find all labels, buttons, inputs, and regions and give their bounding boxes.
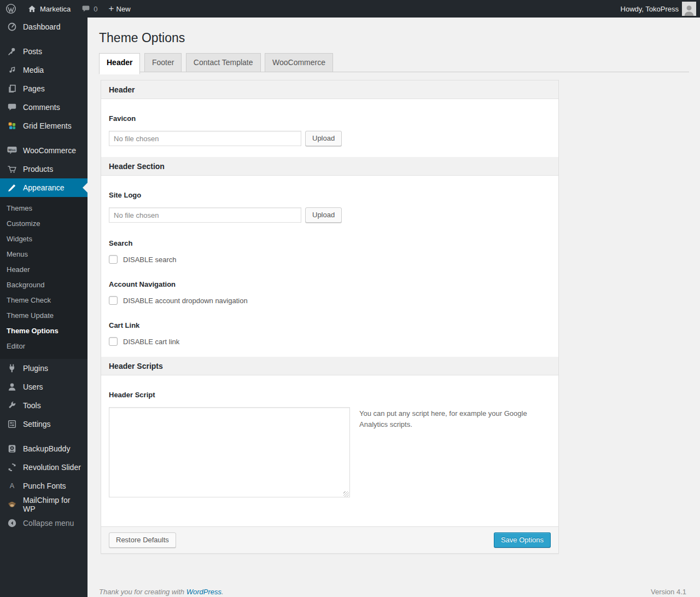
submenu-item-theme-options[interactable]: Theme Options	[0, 323, 88, 339]
header-script-textarea[interactable]	[109, 407, 350, 497]
sidebar-item-woocommerce[interactable]: Woo WooCommerce	[0, 141, 88, 160]
menu-separator	[0, 135, 88, 141]
header-script-note: You can put any script here, for example…	[359, 407, 530, 430]
submenu-item-customize[interactable]: Customize	[0, 216, 88, 231]
restore-defaults-button[interactable]: Restore Defaults	[109, 532, 176, 548]
submenu-item-widgets[interactable]: Widgets	[0, 231, 88, 247]
sidebar-item-dashboard[interactable]: Dashboard	[0, 18, 88, 36]
tab-header[interactable]: Header	[99, 53, 140, 74]
sidebar-item-posts[interactable]: Posts	[0, 42, 88, 61]
svg-text:Woo: Woo	[8, 148, 16, 152]
mailchimp-icon	[7, 499, 18, 510]
submenu-item-theme-check[interactable]: Theme Check	[0, 293, 88, 308]
sidebar-item-pages[interactable]: Pages	[0, 79, 88, 98]
submenu-item-theme-update[interactable]: Theme Update	[0, 308, 88, 323]
thank-you-text: Thank you for creating with WordPress.	[99, 588, 224, 596]
disable-account-nav-label[interactable]: DISABLE account dropdown navigation	[123, 297, 248, 305]
favicon-file-input[interactable]	[109, 131, 301, 146]
section-header-section: Header Section	[101, 157, 558, 176]
tab-bar: Header Footer Contact Template WooCommer…	[99, 53, 689, 72]
users-icon	[7, 381, 18, 392]
save-options-button[interactable]: Save Options	[494, 532, 551, 548]
plus-icon: +	[109, 3, 114, 14]
site-logo-upload-button[interactable]: Upload	[305, 207, 342, 223]
favicon-upload-button[interactable]: Upload	[305, 131, 342, 146]
page-title: Theme Options	[88, 18, 700, 46]
disable-search-checkbox[interactable]	[109, 255, 118, 264]
submenu-item-editor[interactable]: Editor	[0, 339, 88, 354]
sidebar-item-media[interactable]: Media	[0, 61, 88, 79]
theme-options-panel: Header Favicon Upload Header Section Sit…	[101, 80, 559, 554]
sidebar-item-products[interactable]: Products	[0, 160, 88, 178]
submenu-item-menus[interactable]: Menus	[0, 247, 88, 262]
disable-cart-link-checkbox[interactable]	[109, 337, 118, 346]
backupbuddy-icon	[7, 443, 18, 454]
punch-fonts-icon: A	[7, 480, 18, 491]
menu-separator	[0, 36, 88, 42]
admin-bar: Marketica 0 + New Howdy, TokoPress	[0, 0, 700, 18]
disable-account-nav-checkbox[interactable]	[109, 296, 118, 305]
disable-cart-link-label[interactable]: DISABLE cart link	[123, 338, 179, 346]
comment-bubble-icon	[81, 4, 90, 13]
wordpress-logo-icon	[5, 3, 16, 14]
collapse-arrow-icon	[7, 518, 18, 529]
comments-icon	[7, 102, 18, 113]
plugin-icon	[7, 363, 18, 374]
wordpress-link[interactable]: WordPress	[186, 588, 221, 596]
favicon-label: Favicon	[109, 114, 551, 123]
main-content: Theme Options Header Footer Contact Temp…	[88, 18, 700, 597]
sidebar-item-grid-elements[interactable]: Grid Elements	[0, 117, 88, 135]
new-label: New	[116, 5, 131, 13]
sidebar-item-revolution-slider[interactable]: Revolution Slider	[0, 458, 88, 477]
new-content-menu[interactable]: + New	[103, 0, 136, 18]
avatar	[682, 2, 696, 16]
current-menu-arrow	[83, 183, 88, 193]
media-icon	[7, 65, 18, 76]
revolution-slider-icon	[7, 462, 18, 473]
appearance-brush-icon	[7, 182, 18, 193]
sidebar-item-punch-fonts[interactable]: A Punch Fonts	[0, 477, 88, 495]
section-header-scripts: Header Scripts	[101, 357, 558, 375]
pushpin-icon	[7, 46, 18, 57]
tab-footer[interactable]: Footer	[144, 53, 182, 72]
tab-woocommerce[interactable]: WooCommerce	[265, 53, 333, 72]
sidebar-item-mailchimp[interactable]: MailChimp for WP	[0, 495, 88, 514]
grid-elements-icon	[7, 120, 18, 131]
search-label: Search	[109, 239, 551, 247]
sidebar-item-appearance[interactable]: Appearance	[0, 178, 88, 197]
howdy-text: Howdy, TokoPress	[621, 5, 679, 13]
version-text: Version 4.1	[651, 588, 686, 596]
section-header-body: Favicon Upload	[101, 99, 558, 157]
submenu-item-header[interactable]: Header	[0, 262, 88, 277]
menu-separator	[0, 433, 88, 439]
submenu-item-background[interactable]: Background	[0, 277, 88, 293]
page-footer: Thank you for creating with WordPress. V…	[99, 588, 686, 596]
account-navigation-label: Account Navigation	[109, 280, 551, 288]
site-logo-file-input[interactable]	[109, 207, 301, 223]
wordpress-logo-menu[interactable]	[0, 0, 22, 18]
header-script-label: Header Script	[109, 391, 551, 399]
collapse-menu-button[interactable]: Collapse menu	[0, 514, 88, 532]
site-logo-label: Site Logo	[109, 191, 551, 199]
woocommerce-icon: Woo	[7, 145, 18, 156]
comments-count: 0	[94, 5, 97, 13]
comments-menu[interactable]: 0	[76, 0, 103, 18]
sidebar-item-plugins[interactable]: Plugins	[0, 359, 88, 378]
site-link[interactable]: Marketica	[22, 0, 76, 18]
cart-link-label: Cart Link	[109, 321, 551, 329]
sidebar-item-settings[interactable]: Settings	[0, 415, 88, 433]
account-menu[interactable]: Howdy, TokoPress	[615, 0, 696, 18]
wrench-icon	[7, 400, 18, 411]
tab-contact-template[interactable]: Contact Template	[186, 53, 261, 72]
settings-icon	[7, 419, 18, 430]
disable-search-label[interactable]: DISABLE search	[123, 256, 177, 264]
sidebar-item-tools[interactable]: Tools	[0, 396, 88, 415]
submenu-item-themes[interactable]: Themes	[0, 201, 88, 216]
section-header: Header	[101, 80, 558, 99]
home-icon	[27, 4, 37, 14]
appearance-submenu: Themes Customize Widgets Menus Header Ba…	[0, 197, 88, 359]
sidebar-item-comments[interactable]: Comments	[0, 98, 88, 117]
admin-sidebar: Dashboard Posts Media Pages Comments Gri…	[0, 18, 88, 597]
sidebar-item-users[interactable]: Users	[0, 378, 88, 396]
sidebar-item-backupbuddy[interactable]: BackupBuddy	[0, 439, 88, 458]
